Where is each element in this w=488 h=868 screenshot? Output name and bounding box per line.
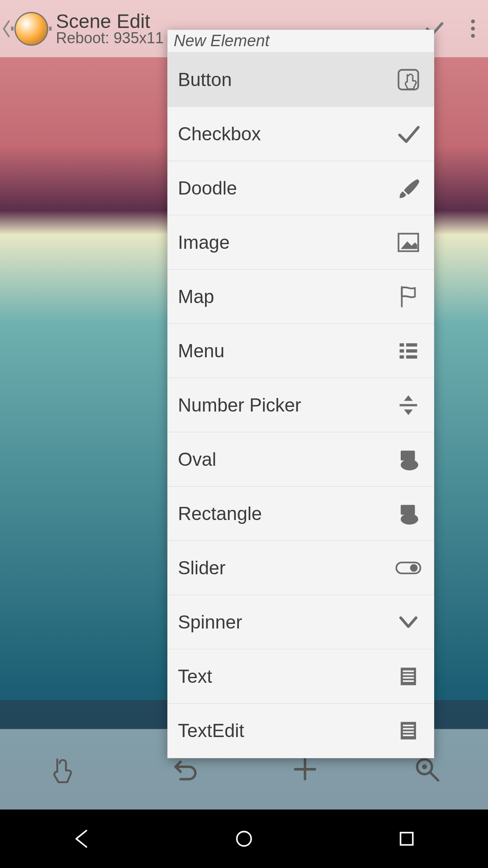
popup-item-slider[interactable]: Slider <box>168 541 434 595</box>
svg-point-16 <box>410 564 418 571</box>
nav-back-button[interactable] <box>67 824 96 854</box>
svg-rect-20 <box>403 677 414 679</box>
svg-rect-5 <box>406 343 417 346</box>
svg-point-27 <box>237 832 251 846</box>
svg-rect-22 <box>401 722 416 739</box>
popup-item-textedit[interactable]: TextEdit <box>168 704 434 758</box>
popup-item-map[interactable]: Map <box>168 270 434 324</box>
popup-item-checkbox[interactable]: Checkbox <box>168 107 434 161</box>
popup-item-rectangle[interactable]: Rectangle <box>168 487 434 541</box>
popup-item-label: Number Picker <box>178 395 393 416</box>
popup-item-label: Rectangle <box>178 503 393 524</box>
svg-rect-17 <box>401 668 416 685</box>
popup-item-label: Map <box>178 286 393 307</box>
popup-item-label: Image <box>178 232 393 253</box>
popup-item-menu[interactable]: Menu <box>168 324 434 378</box>
svg-rect-4 <box>399 343 404 346</box>
svg-rect-7 <box>406 349 417 353</box>
popup-item-image[interactable]: Image <box>168 215 434 270</box>
popup-title: New Element <box>168 30 434 53</box>
svg-rect-8 <box>399 355 404 359</box>
popup-item-label: TextEdit <box>178 720 393 741</box>
svg-rect-18 <box>403 670 414 672</box>
popup-item-label: Button <box>178 69 393 90</box>
toggle-icon <box>393 553 424 583</box>
system-navbar <box>0 810 488 868</box>
svg-rect-2 <box>399 70 419 89</box>
svg-rect-19 <box>403 673 414 675</box>
svg-rect-21 <box>403 680 414 682</box>
svg-rect-13 <box>401 505 415 515</box>
svg-rect-26 <box>403 734 414 736</box>
svg-rect-9 <box>406 355 417 359</box>
menu-list-icon <box>393 336 424 366</box>
svg-rect-11 <box>401 451 415 460</box>
checkmark-icon <box>393 119 424 149</box>
svg-rect-28 <box>401 833 413 845</box>
popup-item-spinner[interactable]: Spinner <box>168 595 434 649</box>
text-block-icon <box>393 715 424 746</box>
text-block-icon <box>393 661 424 692</box>
image-icon <box>393 227 424 258</box>
popup-item-label: Text <box>178 666 393 687</box>
svg-rect-6 <box>399 349 404 353</box>
shape-oval-icon <box>393 444 424 475</box>
shape-rect-icon <box>393 498 424 529</box>
popup-item-label: Checkbox <box>178 123 393 145</box>
popup-item-oval[interactable]: Oval <box>168 432 434 487</box>
svg-rect-24 <box>403 728 414 730</box>
popup-item-label: Slider <box>178 557 393 579</box>
chevron-down-icon <box>393 607 424 637</box>
nav-home-button[interactable] <box>229 824 259 854</box>
svg-point-12 <box>401 459 418 470</box>
svg-rect-23 <box>403 725 414 726</box>
nav-recents-button[interactable] <box>392 824 421 854</box>
popup-item-text[interactable]: Text <box>168 649 434 704</box>
flag-icon <box>393 281 424 312</box>
svg-point-14 <box>401 514 418 525</box>
popup-item-number-picker[interactable]: Number Picker <box>168 378 434 432</box>
svg-rect-10 <box>399 404 417 406</box>
popup-item-button[interactable]: Button <box>168 53 434 107</box>
popup-item-label: Doodle <box>178 178 393 199</box>
popup-item-label: Oval <box>178 449 393 470</box>
number-picker-icon <box>393 390 424 420</box>
paintbrush-icon <box>393 173 424 203</box>
popup-item-doodle[interactable]: Doodle <box>168 161 434 215</box>
svg-rect-25 <box>403 731 414 733</box>
popup-item-label: Spinner <box>178 612 393 633</box>
touch-icon <box>393 64 424 95</box>
new-element-popup: New Element Button Checkbox Doodle Image… <box>167 30 434 758</box>
popup-item-label: Menu <box>178 340 393 362</box>
